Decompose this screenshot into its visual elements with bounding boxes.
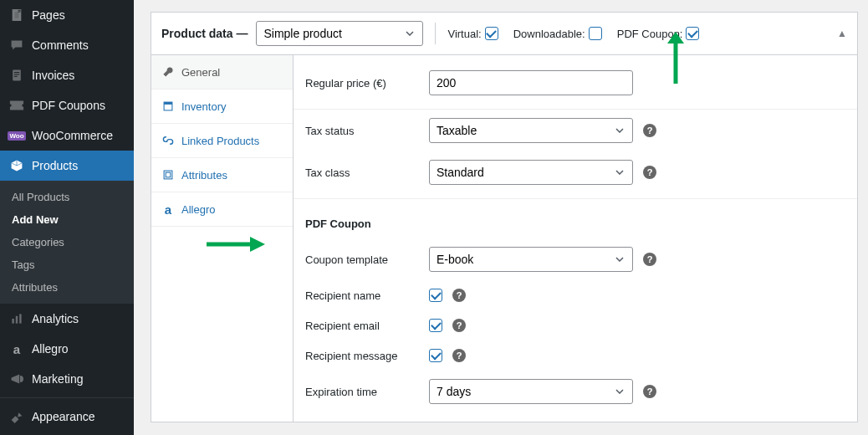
pages-icon (8, 7, 25, 23)
pdf-coupons-icon (8, 97, 25, 114)
panel-title: Product data — (161, 27, 248, 40)
admin-sidebar: Pages Comments Invoices PDF Coupons Woo … (0, 0, 134, 435)
field-recipient-name: Recipient name ? (294, 280, 857, 310)
pdf-coupon-heading: PDF Coupon (294, 199, 857, 238)
tax-class-label: Tax class (305, 166, 429, 179)
menu-label: Comments (32, 38, 89, 52)
help-icon[interactable]: ? (643, 253, 656, 266)
comments-icon (8, 37, 25, 54)
help-icon[interactable]: ? (643, 385, 656, 398)
virtual-toggle[interactable]: Virtual: (447, 27, 498, 40)
tax-status-select[interactable]: Taxable (429, 118, 633, 143)
virtual-checkbox[interactable] (485, 27, 498, 40)
menu-label: PDF Coupons (32, 99, 105, 112)
svg-rect-2 (13, 70, 21, 81)
tab-linked-products[interactable]: Linked Products (151, 124, 293, 158)
expiration-label: Expiration time (305, 386, 429, 398)
product-type-select[interactable]: Simple product (256, 21, 423, 46)
menu-label: Allegro (32, 342, 69, 356)
menu-label: Products (32, 159, 78, 172)
menu-invoices[interactable]: Invoices (0, 60, 134, 90)
tab-general[interactable]: General (151, 55, 293, 90)
regular-price-input[interactable] (429, 70, 633, 95)
recipient-email-checkbox[interactable] (429, 319, 442, 332)
collapse-panel-icon[interactable]: ▲ (837, 28, 847, 39)
woo-icon: Woo (8, 127, 25, 144)
field-recipient-message: Recipient message ? (294, 340, 857, 371)
menu-allegro[interactable]: a Allegro (0, 334, 134, 364)
menu-woocommerce[interactable]: Woo WooCommerce (0, 120, 134, 151)
inventory-icon (161, 100, 175, 113)
pdf-coupon-checkbox[interactable] (686, 27, 699, 40)
svg-rect-8 (19, 314, 21, 323)
tab-label: Attributes (181, 169, 227, 182)
tab-label: Inventory (181, 100, 226, 113)
coupon-template-label: Coupon template (305, 253, 429, 266)
svg-rect-11 (164, 171, 172, 179)
menu-products[interactable]: Products (0, 151, 134, 181)
tab-allegro[interactable]: a Allegro (151, 192, 293, 227)
help-icon[interactable]: ? (643, 124, 656, 137)
help-icon[interactable]: ? (643, 166, 656, 179)
help-icon[interactable]: ? (452, 289, 466, 302)
main-content: Product data — Simple product Virtual: D… (134, 0, 868, 435)
field-recipient-email: Recipient email ? (294, 310, 857, 340)
svg-rect-6 (12, 319, 13, 324)
products-icon (8, 157, 25, 174)
svg-rect-12 (166, 172, 171, 177)
downloadable-label: Downloadable: (513, 28, 585, 40)
menu-label: Marketing (32, 372, 83, 386)
field-regular-price: Regular price (€) (294, 62, 857, 104)
allegro-tab-icon: a (161, 202, 175, 216)
menu-label: Pages (32, 8, 65, 22)
svg-marker-16 (250, 237, 265, 252)
svg-rect-10 (164, 102, 172, 105)
help-icon[interactable]: ? (452, 349, 466, 362)
svg-rect-3 (14, 72, 19, 73)
header-divider (435, 23, 436, 44)
tab-label: General (181, 66, 220, 79)
svg-marker-14 (667, 32, 684, 44)
menu-label: Analytics (32, 312, 79, 325)
menu-comments[interactable]: Comments (0, 30, 134, 60)
menu-label: WooCommerce (32, 129, 113, 142)
submenu-add-new[interactable]: Add New (0, 208, 134, 231)
pdf-coupon-toggle[interactable]: PDF Coupon: (617, 27, 700, 40)
downloadable-toggle[interactable]: Downloadable: (513, 27, 602, 40)
marketing-icon (8, 371, 25, 387)
menu-label: Appearance (32, 410, 95, 423)
tab-inventory[interactable]: Inventory (151, 90, 293, 124)
appearance-icon (8, 408, 25, 425)
attributes-icon (161, 168, 175, 182)
general-fields: Regular price (€) Tax status Taxable ? T… (294, 55, 857, 422)
menu-pages[interactable]: Pages (0, 0, 134, 30)
submenu-categories[interactable]: Categories (0, 231, 134, 253)
invoices-icon (8, 67, 25, 84)
menu-label: Invoices (32, 69, 74, 82)
menu-marketing[interactable]: Marketing (0, 364, 134, 394)
svg-rect-7 (16, 316, 18, 324)
menu-appearance[interactable]: Appearance (0, 402, 134, 432)
tab-attributes[interactable]: Attributes (151, 158, 293, 192)
virtual-label: Virtual: (447, 28, 481, 40)
coupon-template-select[interactable]: E-book (429, 247, 633, 272)
submenu-tags[interactable]: Tags (0, 253, 134, 276)
submenu-attributes[interactable]: Attributes (0, 276, 134, 299)
expiration-select[interactable]: 7 days (429, 379, 633, 404)
menu-pdf-coupons[interactable]: PDF Coupons (0, 90, 134, 120)
downloadable-checkbox[interactable] (589, 27, 602, 40)
svg-rect-5 (14, 76, 18, 77)
recipient-name-checkbox[interactable] (429, 289, 442, 302)
wrench-icon (161, 65, 175, 79)
field-expiration-time: Expiration time 7 days ? (294, 371, 857, 412)
allegro-icon: a (8, 340, 25, 357)
tax-class-select[interactable]: Standard (429, 160, 633, 185)
submenu-all-products[interactable]: All Products (0, 186, 134, 208)
regular-price-label: Regular price (€) (305, 77, 429, 90)
recipient-message-label: Recipient message (305, 350, 429, 362)
help-icon[interactable]: ? (452, 319, 466, 332)
menu-analytics[interactable]: Analytics (0, 304, 134, 334)
recipient-message-checkbox[interactable] (429, 349, 442, 362)
tax-status-label: Tax status (305, 125, 429, 137)
link-icon (161, 134, 175, 147)
